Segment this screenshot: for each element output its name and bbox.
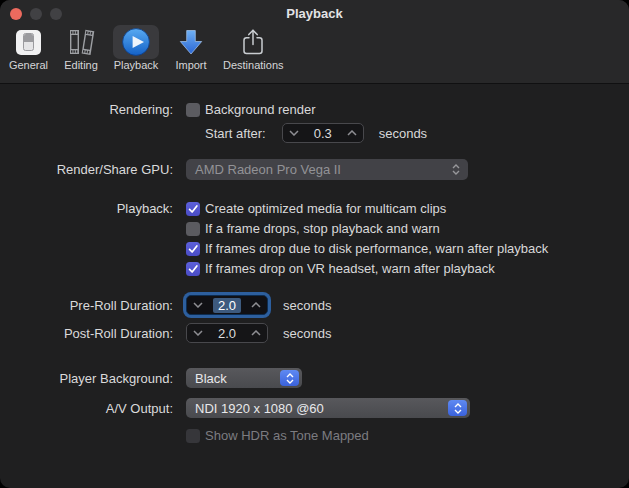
optimized-multicam-label: Create optimized media for multicam clip… (205, 201, 446, 216)
av-output-label: A/V Output: (0, 401, 173, 416)
download-arrow-icon (176, 27, 206, 57)
general-switch-icon (16, 30, 41, 55)
chevron-up-icon[interactable] (251, 302, 261, 308)
start-after-unit: seconds (379, 126, 427, 141)
zoom-window-button (50, 8, 62, 20)
chevron-down-icon[interactable] (289, 130, 299, 136)
popup-chevrons-icon (448, 400, 467, 416)
frame-drop-stop-checkbox[interactable] (186, 222, 200, 236)
playback-pane: Rendering: Background render Start after… (0, 84, 629, 443)
show-hdr-label: Show HDR as Tone Mapped (205, 428, 369, 443)
chevron-down-icon[interactable] (193, 330, 203, 336)
checkmark-icon (187, 243, 199, 255)
playback-option-row: Playback: Create optimized media for mul… (0, 201, 629, 216)
chevron-up-icon[interactable] (251, 330, 261, 336)
post-roll-label: Post-Roll Duration: (0, 326, 173, 341)
share-icon (238, 27, 268, 57)
post-roll-value[interactable]: 2.0 (218, 326, 236, 341)
traffic-lights (10, 8, 62, 20)
start-after-row: Start after: 0.3 seconds (0, 123, 629, 143)
player-background-value: Black (195, 371, 227, 386)
pre-roll-unit: seconds (283, 298, 331, 313)
player-background-popup[interactable]: Black (186, 368, 302, 388)
tab-destinations-label: Destinations (223, 59, 284, 71)
tab-import[interactable]: Import (168, 25, 214, 71)
player-background-label: Player Background: (0, 371, 173, 386)
gpu-row: Render/Share GPU: AMD Radeon Pro Vega II (0, 159, 629, 180)
tab-playback[interactable]: Playback (113, 25, 159, 71)
vr-headset-warn-checkbox[interactable] (186, 262, 200, 276)
tab-editing-label: Editing (64, 59, 98, 71)
gpu-label: Render/Share GPU: (0, 162, 173, 177)
background-render-label: Background render (205, 102, 316, 117)
start-after-label: Start after: (205, 126, 266, 141)
tab-import-label: Import (175, 59, 206, 71)
popup-chevrons-icon (446, 162, 465, 178)
av-output-row: A/V Output: NDI 1920 x 1080 @60 (0, 398, 629, 418)
show-hdr-checkbox (186, 429, 200, 443)
window-header: Playback General (0, 0, 629, 84)
preferences-window: Playback General (0, 0, 629, 488)
checkmark-icon (187, 203, 199, 215)
player-background-row: Player Background: Black (0, 368, 629, 388)
tab-playback-label: Playback (114, 59, 159, 71)
filmstrip-icon (66, 27, 96, 57)
post-roll-unit: seconds (283, 326, 331, 341)
pre-roll-row: Pre-Roll Duration: 2.0 seconds (0, 295, 629, 315)
playback-option-row: If a frame drops, stop playback and warn (0, 221, 629, 236)
playback-label: Playback: (0, 201, 173, 216)
play-button-icon (121, 27, 151, 57)
post-roll-stepper[interactable]: 2.0 (186, 323, 268, 343)
playback-option-row: If frames drop on VR headset, warn after… (0, 261, 629, 276)
disk-performance-warn-checkbox[interactable] (186, 242, 200, 256)
tab-general-label: General (9, 59, 48, 71)
rendering-row: Rendering: Background render (0, 102, 629, 117)
close-window-button[interactable] (10, 8, 22, 20)
window-title: Playback (0, 0, 629, 22)
optimized-multicam-checkbox[interactable] (186, 202, 200, 216)
pre-roll-value[interactable]: 2.0 (213, 298, 241, 313)
rendering-label: Rendering: (0, 102, 173, 117)
show-hdr-row: Show HDR as Tone Mapped (0, 428, 629, 443)
background-render-checkbox[interactable] (186, 103, 200, 117)
av-output-popup[interactable]: NDI 1920 x 1080 @60 (186, 398, 470, 418)
vr-headset-warn-label: If frames drop on VR headset, warn after… (205, 261, 495, 276)
playback-option-row: If frames drop due to disk performance, … (0, 241, 629, 256)
chevron-down-icon[interactable] (193, 302, 203, 308)
gpu-popup-value: AMD Radeon Pro Vega II (195, 162, 341, 177)
tab-destinations[interactable]: Destinations (223, 25, 284, 71)
minimize-window-button (30, 8, 42, 20)
start-after-value[interactable]: 0.3 (314, 126, 332, 141)
tab-editing[interactable]: Editing (58, 25, 104, 71)
popup-chevrons-icon (280, 370, 299, 386)
chevron-up-icon[interactable] (347, 130, 357, 136)
tab-general[interactable]: General (8, 25, 49, 71)
frame-drop-stop-label: If a frame drops, stop playback and warn (205, 221, 440, 236)
pre-roll-label: Pre-Roll Duration: (0, 298, 173, 313)
disk-performance-warn-label: If frames drop due to disk performance, … (205, 241, 548, 256)
gpu-popup: AMD Radeon Pro Vega II (186, 159, 468, 180)
preferences-toolbar: General (0, 25, 629, 71)
checkmark-icon (187, 263, 199, 275)
start-after-stepper[interactable]: 0.3 (282, 123, 364, 143)
av-output-value: NDI 1920 x 1080 @60 (195, 401, 324, 416)
post-roll-row: Post-Roll Duration: 2.0 seconds (0, 323, 629, 343)
pre-roll-stepper[interactable]: 2.0 (186, 295, 268, 315)
